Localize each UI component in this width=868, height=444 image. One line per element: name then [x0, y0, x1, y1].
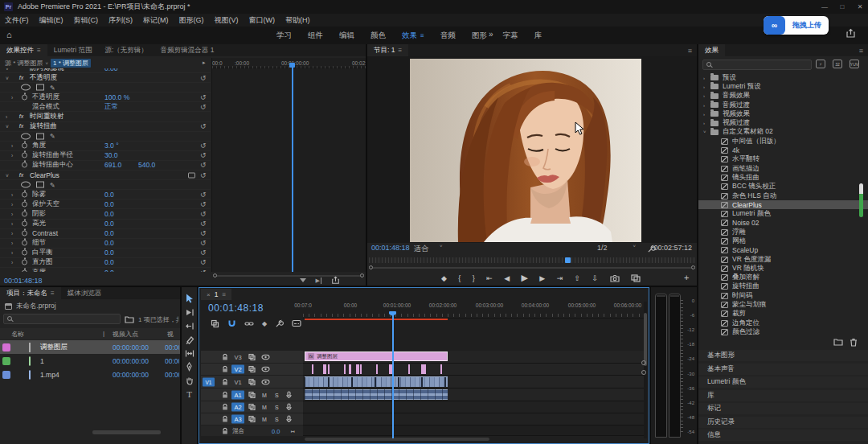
quick-export-icon[interactable] — [845, 28, 856, 39]
effect-mini-timeline[interactable]: :00:0000:01:00:0000:02:00:0000:0 — [211, 58, 366, 272]
track-name[interactable]: A1 — [231, 390, 244, 399]
sequence-clip-label[interactable]: 1 * 调整图层 — [51, 59, 91, 68]
expander-icon[interactable]: ˅ — [6, 124, 9, 130]
effect-filter-icon[interactable]: YUV — [850, 60, 859, 68]
expander-icon[interactable]: › — [703, 84, 710, 89]
expander-icon[interactable]: › — [11, 240, 13, 246]
comparison-view-icon[interactable] — [631, 274, 641, 282]
timeline-hscrollbar[interactable] — [305, 438, 489, 441]
effects-tree-row[interactable]: 水平翻转 — [698, 155, 868, 164]
lock-icon[interactable] — [222, 416, 228, 423]
panel-tab[interactable]: 音频剪辑混合器 1 — [154, 44, 221, 56]
effect-row[interactable]: › 保护天空 0.0 — [0, 199, 211, 209]
effect-row[interactable]: › 角度 3.0 ° — [0, 142, 211, 151]
sync-lock-icon[interactable] — [248, 353, 256, 360]
lock-icon[interactable] — [222, 391, 228, 398]
project-scrollbar[interactable] — [92, 430, 161, 434]
project-item-row[interactable]: 1 00:00:00:00 00:00:00:00 — [0, 354, 180, 368]
track-lane-a3[interactable] — [303, 413, 644, 426]
panel-tab[interactable]: 库 — [698, 390, 868, 401]
panel-menu-icon[interactable] — [222, 291, 226, 298]
effect-row[interactable]: › 白平衡 0.0 — [0, 249, 211, 258]
mark-out-icon[interactable]: } — [473, 274, 475, 282]
step-forward-icon[interactable]: ▶ — [539, 274, 545, 282]
stopwatch-icon[interactable] — [22, 143, 27, 149]
track-name[interactable]: V3 — [231, 352, 244, 361]
program-tab[interactable]: 节目: 1 — [367, 44, 408, 56]
project-item-row[interactable]: 调整图层 00:00:00:00 00:00:00:00 — [0, 340, 180, 354]
track-header-v3[interactable]: V3 — [201, 351, 303, 363]
chevron-down-icon[interactable]: ˅ — [46, 61, 49, 66]
effects-tree-row[interactable]: › 视频效果 — [698, 109, 868, 118]
go-to-in-icon[interactable]: ⇤ — [486, 274, 493, 282]
column-video-in[interactable]: 视频入点 — [113, 330, 138, 339]
video-frame[interactable] — [410, 59, 641, 242]
expander-icon[interactable]: › — [11, 191, 13, 197]
effect-row[interactable]: › 直方图 0.0 — [0, 258, 211, 268]
panel-tab[interactable]: 媒体浏览器 — [61, 287, 108, 299]
expander-icon[interactable]: › — [11, 260, 13, 265]
sync-lock-icon[interactable] — [248, 416, 256, 423]
expander-icon[interactable]: › — [703, 76, 710, 80]
add-marker-icon[interactable]: ◆ — [262, 320, 267, 327]
effects-tree-row[interactable]: 时间码 — [698, 291, 868, 300]
expander-icon[interactable]: ˅ — [6, 68, 9, 71]
reset-icon[interactable] — [200, 229, 207, 237]
timeline-settings-wrench-icon[interactable] — [275, 319, 284, 328]
ripple-edit-tool[interactable] — [183, 321, 195, 331]
tab-close-icon[interactable]: × — [207, 291, 211, 298]
fx-badge-icon[interactable] — [16, 113, 27, 121]
track-lane-a2[interactable] — [303, 401, 644, 413]
param-value[interactable]: 0.0 — [104, 210, 114, 218]
effect-row[interactable]: › 时间重映射 — [0, 112, 211, 121]
reset-icon[interactable] — [200, 258, 207, 266]
scrubber-playhead[interactable] — [565, 257, 571, 263]
export-icon[interactable] — [331, 276, 340, 285]
solo-button[interactable]: S — [275, 417, 279, 422]
project-breadcrumb[interactable]: 未命名.prproj — [0, 301, 56, 311]
reset-icon[interactable] — [200, 191, 207, 199]
timeline-view-toggle-icon[interactable]: ▸ — [203, 60, 206, 66]
add-marker-icon[interactable]: ◆ — [441, 274, 447, 282]
track-name[interactable]: A2 — [231, 403, 244, 412]
reset-icon[interactable] — [200, 142, 207, 150]
lock-icon[interactable] — [222, 427, 228, 434]
pen-mask-icon[interactable] — [50, 133, 55, 140]
panel-tab[interactable]: Lumetri 范围 — [47, 44, 99, 56]
track-name[interactable]: V2 — [231, 365, 244, 374]
effect-filter-icon[interactable]: 32 — [833, 60, 842, 68]
reset-icon[interactable] — [200, 93, 207, 101]
play-button-icon[interactable]: ▶ — [521, 273, 527, 283]
current-timecode[interactable]: 00:01:48:18 — [4, 277, 43, 285]
workspace-tab[interactable]: 颜色 — [362, 31, 394, 41]
fit-sequence-icon[interactable]: ▸◂ — [291, 429, 294, 434]
zoom-level-dropdown[interactable]: 适合 ˅ — [414, 244, 443, 254]
panel-menu-icon[interactable]: ≡ — [688, 47, 692, 55]
captions-options-icon[interactable] — [292, 319, 301, 327]
close-button[interactable]: ✕ — [852, 0, 868, 13]
reset-icon[interactable] — [200, 210, 207, 218]
stopwatch-icon[interactable] — [22, 260, 27, 265]
panel-tab[interactable]: 历史记录 — [698, 417, 868, 428]
menu-item[interactable]: 序列(S) — [108, 15, 133, 26]
track-lane-v3[interactable]: fx 调整图层 — [303, 351, 644, 364]
expander-icon[interactable]: › — [11, 221, 13, 227]
play-audio-icon[interactable]: ▶ — [316, 278, 321, 284]
panel-menu-icon[interactable] — [37, 47, 41, 54]
reset-icon[interactable] — [200, 161, 207, 169]
export-frame-camera-icon[interactable] — [610, 274, 620, 282]
param-value[interactable]: 0.0 — [104, 229, 114, 237]
panel-menu-icon[interactable] — [398, 47, 402, 54]
rect-mask-icon[interactable] — [36, 84, 44, 91]
expander-icon[interactable]: › — [11, 211, 13, 216]
mute-button[interactable]: M — [262, 405, 267, 410]
param-value[interactable]: 0.0 — [104, 258, 114, 266]
effect-row[interactable]: › 旋转扭曲半径 30.0 — [0, 151, 211, 161]
param-value[interactable]: 100.0 % — [104, 93, 129, 101]
stopwatch-icon[interactable] — [22, 211, 27, 216]
expander-icon[interactable]: ˅ — [6, 75, 9, 80]
reset-icon[interactable] — [200, 171, 207, 179]
selection-tool[interactable] — [183, 294, 195, 303]
workspace-tab[interactable]: 编辑 — [331, 31, 362, 41]
panel-tab[interactable]: 标记 — [698, 403, 868, 414]
